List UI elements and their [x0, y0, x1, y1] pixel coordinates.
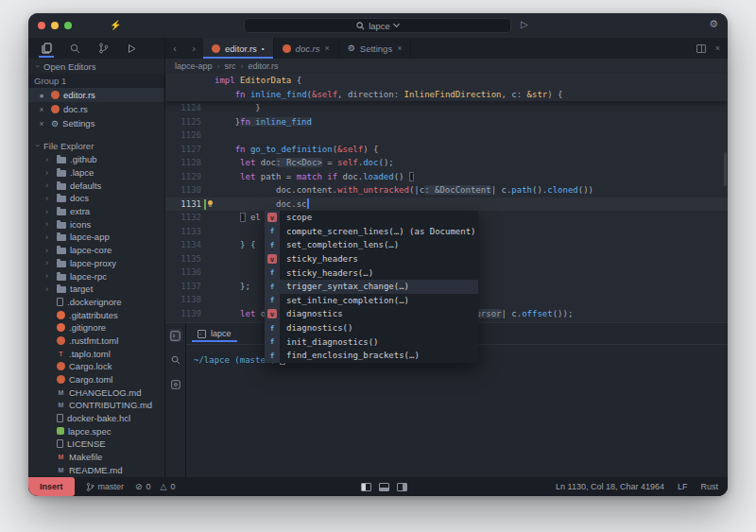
- tree-item[interactable]: ›lapce-core: [28, 244, 164, 257]
- tree-item[interactable]: .gitignore: [28, 321, 164, 335]
- tree-item[interactable]: MMakefile: [28, 451, 164, 464]
- tab-editor.rs[interactable]: editor.rs•: [203, 38, 274, 59]
- code-line[interactable]: 1130 doc.content.with_untracked(|c: &Doc…: [165, 183, 728, 197]
- tree-item[interactable]: ›target: [28, 283, 164, 296]
- tree-item[interactable]: ›docs: [28, 192, 164, 205]
- line-ending[interactable]: LF: [678, 482, 688, 491]
- tree-item[interactable]: ›defaults: [28, 179, 164, 192]
- toggle-bottom-panel-icon[interactable]: [379, 483, 389, 491]
- tree-item[interactable]: ›extra: [28, 205, 164, 218]
- tree-item[interactable]: Cargo.lock: [28, 360, 164, 373]
- code-line[interactable]: impl EditorData {: [165, 74, 728, 88]
- breadcrumb-segment[interactable]: src: [225, 61, 236, 71]
- debug-panel-icon[interactable]: [123, 39, 140, 58]
- open-editor-item[interactable]: ×⚙Settings: [28, 116, 164, 130]
- close-icon[interactable]: ×: [36, 105, 47, 114]
- folder-icon: [57, 222, 66, 229]
- tree-item[interactable]: ›lapce-rpc: [28, 269, 164, 283]
- code-line[interactable]: 1125 }fn inline_find: [165, 115, 728, 129]
- command-palette-search[interactable]: lapce: [244, 18, 511, 33]
- tree-item[interactable]: MREADME.md: [28, 464, 164, 477]
- code-line[interactable]: fn inline_find(&self, direction: InlineF…: [165, 88, 728, 102]
- tree-item[interactable]: ›icons: [28, 217, 164, 231]
- code-line[interactable]: 1129 let path = match if doc.loaded() {: [165, 170, 728, 184]
- tree-item[interactable]: .dockerignore: [28, 296, 164, 309]
- variable-kind-icon: v: [267, 213, 277, 222]
- file-explorer-header[interactable]: › File Explorer: [28, 138, 164, 153]
- completion-item[interactable]: ffind_enclosing_brackets(…): [265, 349, 478, 363]
- completion-item[interactable]: ftrigger_syntax_change(…): [265, 280, 478, 294]
- completion-item[interactable]: fdiagnostics(): [265, 321, 478, 335]
- code-line[interactable]: 1127 fn go_to_definition(&self) {: [165, 143, 728, 157]
- code-line[interactable]: 1126: [165, 129, 728, 143]
- tree-item[interactable]: LICENSE: [28, 438, 164, 451]
- close-editor-icon[interactable]: ×: [715, 43, 720, 53]
- completion-item[interactable]: fsticky_headers(…): [265, 266, 478, 280]
- modified-dot-icon[interactable]: ●: [36, 91, 47, 100]
- tree-item[interactable]: .rustfmt.toml: [28, 335, 164, 348]
- breadcrumb[interactable]: lapce-app›src›editor.rs: [165, 59, 728, 74]
- source-control-panel-icon[interactable]: [94, 39, 112, 58]
- toggle-right-panel-icon[interactable]: [397, 483, 407, 491]
- tree-item-label: lapce-app: [70, 232, 110, 242]
- breadcrumb-segment[interactable]: editor.rs: [249, 61, 279, 71]
- settings-gear-icon[interactable]: ⚙: [709, 18, 718, 30]
- completion-item[interactable]: fset_inline_completion(…): [265, 294, 478, 308]
- code-line[interactable]: 1124 }: [165, 101, 728, 115]
- completion-item[interactable]: vdiagnostics: [265, 307, 478, 321]
- close-tab-icon[interactable]: ×: [397, 43, 402, 53]
- language-mode[interactable]: Rust: [700, 482, 718, 491]
- completion-item[interactable]: vscope: [265, 211, 478, 225]
- lightbulb-icon[interactable]: [208, 200, 213, 205]
- tree-item[interactable]: Cargo.toml: [28, 373, 164, 386]
- code-line[interactable]: 1131 doc.sc: [165, 197, 728, 212]
- toggle-left-panel-icon[interactable]: [361, 483, 371, 491]
- editor-mode-badge[interactable]: Insert: [28, 477, 75, 496]
- tree-item[interactable]: lapce.spec: [28, 424, 164, 438]
- gutter-decorations: [201, 170, 215, 184]
- nav-forward-icon[interactable]: ›: [184, 38, 203, 59]
- tabs-container: editor.rs•doc.rs×⚙Settings×: [203, 38, 411, 59]
- git-branch-indicator[interactable]: master: [86, 482, 125, 492]
- panel-search-icon[interactable]: [169, 353, 182, 367]
- panel-debug-icon[interactable]: [169, 378, 182, 391]
- problems-indicator[interactable]: ⊘ 0 △ 0: [135, 482, 176, 491]
- search-panel-icon[interactable]: [66, 39, 83, 58]
- tree-item[interactable]: .gitattributes: [28, 308, 164, 321]
- open-editor-item[interactable]: ×doc.rs: [28, 102, 164, 116]
- gutter-decorations: [201, 225, 215, 239]
- terminal-tab[interactable]: › lapce: [192, 327, 237, 342]
- close-icon[interactable]: ×: [36, 119, 47, 129]
- completion-item[interactable]: fcompute_screen_lines(…) (as Document): [265, 225, 478, 239]
- completion-item[interactable]: fset_completion_lens(…): [265, 238, 478, 252]
- tab-doc.rs[interactable]: doc.rs×: [274, 38, 339, 59]
- remote-connection-icon[interactable]: ⚡: [110, 21, 121, 30]
- close-tab-icon[interactable]: ×: [324, 43, 329, 53]
- tree-item[interactable]: MCHANGELOG.md: [28, 386, 164, 399]
- tree-item[interactable]: MCONTRIBUTING.md: [28, 399, 164, 412]
- completion-item[interactable]: vsticky_headers: [265, 252, 478, 266]
- completion-item[interactable]: finit_diagnostics(): [265, 335, 478, 349]
- tree-item[interactable]: ›.github: [28, 153, 164, 166]
- split-editor-icon[interactable]: [696, 44, 706, 53]
- maximize-window-button[interactable]: [64, 22, 72, 29]
- nav-back-icon[interactable]: ‹: [165, 38, 184, 59]
- tree-item[interactable]: ›.lapce: [28, 166, 164, 180]
- breadcrumb-segment[interactable]: lapce-app: [175, 61, 213, 71]
- cursor-position[interactable]: Ln 1130, Col 18, Char 41964: [556, 482, 664, 491]
- explorer-panel-icon[interactable]: [38, 39, 55, 58]
- tab-Settings[interactable]: ⚙Settings×: [339, 38, 412, 59]
- open-editor-item[interactable]: ●editor.rs: [28, 88, 164, 102]
- close-window-button[interactable]: [38, 22, 45, 29]
- tree-item[interactable]: T.taplo.toml: [28, 347, 164, 360]
- run-button[interactable]: ▷: [521, 19, 528, 29]
- terminal-panel-icon[interactable]: [169, 329, 182, 342]
- minimize-window-button[interactable]: [51, 22, 59, 29]
- open-editors-header[interactable]: › Open Editors: [28, 59, 164, 74]
- tree-item[interactable]: docker-bake.hcl: [28, 412, 164, 425]
- tree-item[interactable]: ›lapce-proxy: [28, 257, 164, 270]
- code-line[interactable]: 1128 let doc: Rc<Doc> = self.doc();: [165, 156, 728, 170]
- code-text: let path = match if doc.loaded() {: [215, 170, 414, 184]
- tree-item[interactable]: ›lapce-app: [28, 231, 164, 244]
- editor-scrollbar-thumb[interactable]: [724, 152, 727, 186]
